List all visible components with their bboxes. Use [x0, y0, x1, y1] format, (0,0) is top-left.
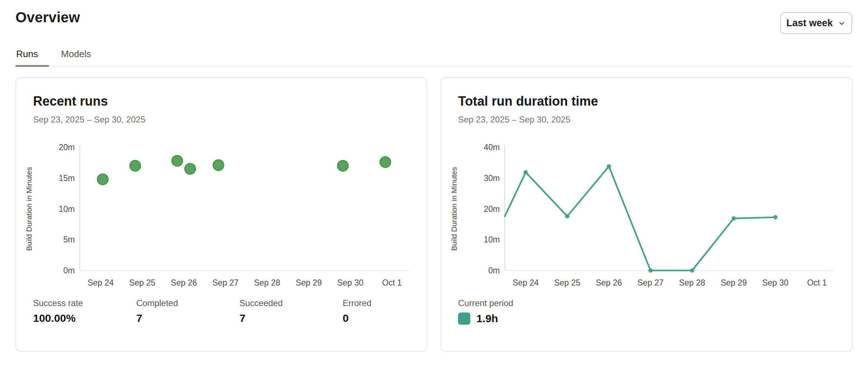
svg-text:Oct 1: Oct 1 [807, 278, 827, 287]
svg-text:Sep 28: Sep 28 [679, 278, 705, 287]
svg-text:Oct 1: Oct 1 [382, 278, 402, 287]
svg-text:0m: 0m [488, 266, 500, 275]
total-run-duration-line-chart: 0m10m20m30m40mSep 24Sep 25Sep 26Sep 27Se… [447, 141, 843, 295]
legend-label: Current period [458, 298, 513, 309]
stat-label: Completed [136, 298, 239, 309]
stat-success-rate: Success rate 100.00% [33, 298, 136, 325]
stat-value: 7 [136, 312, 239, 325]
svg-text:Sep 27: Sep 27 [638, 278, 664, 287]
svg-text:Sep 25: Sep 25 [129, 278, 155, 287]
stat-succeeded: Succeeded 7 [239, 298, 343, 325]
svg-text:Sep 24: Sep 24 [87, 278, 114, 287]
svg-text:10m: 10m [484, 235, 500, 244]
stat-value: 100.00% [33, 312, 136, 325]
period-selector-label: Last week [786, 18, 833, 29]
card-title: Recent runs [33, 94, 108, 109]
period-selector-dropdown[interactable]: Last week [780, 12, 852, 34]
svg-text:Build Duration in Minutes: Build Duration in Minutes [25, 167, 33, 251]
card-date-range: Sep 23, 2025 – Sep 30, 2025 [458, 115, 570, 125]
chevron-down-icon [837, 19, 846, 28]
svg-text:Sep 29: Sep 29 [296, 278, 322, 287]
svg-text:20m: 20m [59, 143, 75, 152]
tab-models[interactable]: Models [60, 48, 92, 67]
svg-text:Sep 25: Sep 25 [554, 278, 580, 287]
svg-text:Sep 29: Sep 29 [721, 278, 747, 287]
tabbar: Runs Models [15, 48, 853, 67]
card-date-range: Sep 23, 2025 – Sep 30, 2025 [33, 115, 145, 125]
svg-text:Sep 28: Sep 28 [254, 278, 280, 287]
card-title: Total run duration time [458, 94, 598, 109]
svg-text:Sep 30: Sep 30 [762, 278, 789, 287]
svg-text:10m: 10m [59, 204, 75, 214]
svg-text:40m: 40m [484, 143, 500, 152]
svg-text:Sep 24: Sep 24 [512, 278, 539, 287]
svg-text:5m: 5m [63, 235, 75, 244]
recent-runs-card: Recent runs Sep 23, 2025 – Sep 30, 2025 … [15, 77, 427, 352]
page-title: Overview [15, 9, 80, 26]
stat-value: 0 [343, 312, 446, 325]
svg-text:Sep 27: Sep 27 [213, 278, 239, 287]
recent-runs-scatter-chart: 0m5m10m15m20mSep 24Sep 25Sep 26Sep 27Sep… [22, 141, 418, 295]
stat-label: Succeeded [239, 298, 343, 309]
svg-text:15m: 15m [59, 173, 75, 183]
legend-row: 1.9h [458, 312, 513, 325]
svg-text:0m: 0m [63, 266, 75, 275]
svg-text:30m: 30m [484, 173, 500, 183]
stat-label: Success rate [33, 298, 136, 309]
stat-value: 7 [239, 312, 343, 325]
chart-legend: Current period 1.9h [458, 298, 513, 325]
total-run-duration-card: Total run duration time Sep 23, 2025 – S… [440, 77, 853, 352]
run-stats-row: Success rate 100.00% Completed 7 Succeed… [33, 298, 446, 325]
svg-text:Sep 30: Sep 30 [337, 278, 364, 287]
legend-value: 1.9h [476, 312, 498, 325]
svg-text:Sep 26: Sep 26 [171, 278, 197, 287]
stat-label: Errored [343, 298, 446, 309]
svg-text:20m: 20m [484, 204, 500, 214]
stat-errored: Errored 0 [343, 298, 446, 325]
svg-text:Build Duration in Minutes: Build Duration in Minutes [450, 167, 458, 251]
stat-completed: Completed 7 [136, 298, 239, 325]
tab-runs[interactable]: Runs [15, 48, 49, 67]
legend-color-swatch [458, 312, 470, 325]
svg-text:Sep 26: Sep 26 [596, 278, 622, 287]
